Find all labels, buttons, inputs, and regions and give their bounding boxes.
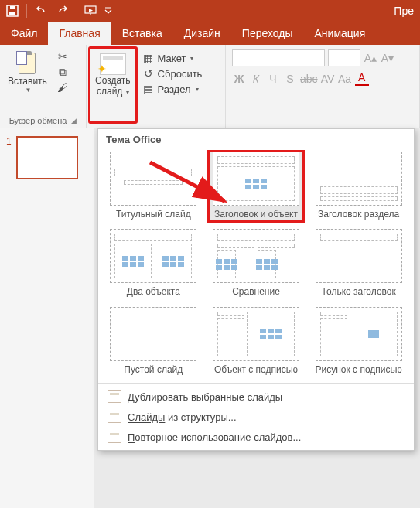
slide-thumbnail-pane[interactable]: 1 <box>0 128 94 508</box>
paste-icon <box>15 49 39 74</box>
reset-button[interactable]: ↺Сбросить <box>139 66 206 80</box>
reuse-label: Повторное использование слайдов... <box>128 431 301 443</box>
ribbon: Вставить ▼ ✂ ⧉ 🖌 Буфер обмена◢ ✦ Создать… <box>0 45 420 128</box>
tab-file[interactable]: Файл <box>0 22 48 45</box>
section-icon: ▤ <box>142 83 155 95</box>
layout-label: Заголовок и объект <box>213 206 299 221</box>
svg-rect-2 <box>10 6 15 9</box>
layout-thumb <box>110 229 196 283</box>
new-slide-label2: слайд <box>97 86 122 97</box>
duplicate-icon <box>108 390 121 403</box>
layout-thumb <box>110 152 196 206</box>
dialog-launcher-icon[interactable]: ◢ <box>71 117 77 124</box>
tab-transitions[interactable]: Переходы <box>231 22 304 45</box>
paste-button[interactable]: Вставить ▼ <box>3 46 52 114</box>
reset-label: Сбросить <box>158 68 203 80</box>
quick-access-toolbar <box>3 2 113 20</box>
char-spacing-button[interactable]: AV <box>321 73 335 85</box>
layout-thumb <box>316 307 402 361</box>
layout-thumb <box>213 152 299 206</box>
outline-icon <box>108 411 121 423</box>
ribbon-tabs: Файл Главная Вставка Дизайн Переходы Ани… <box>0 22 420 45</box>
new-slide-button[interactable]: ✦ Создать слайд ▾ <box>90 49 135 99</box>
layout-option-blank[interactable]: Пустой слайд <box>106 307 201 377</box>
shrink-font-icon[interactable]: A▾ <box>381 52 394 64</box>
layout-label: Только заголовок <box>320 283 398 298</box>
shadow-button[interactable]: S <box>283 73 297 85</box>
duplicate-slides-item[interactable]: Дублировать выбранные слайды <box>98 387 414 407</box>
copy-button[interactable]: ⧉ <box>53 65 72 79</box>
qat-customize-icon[interactable] <box>104 2 113 20</box>
reuse-icon <box>108 431 121 443</box>
font-name-combo[interactable] <box>232 49 325 66</box>
window-title: Пре <box>113 5 417 17</box>
strikethrough-button[interactable]: abc <box>300 73 318 85</box>
clipboard-group-label: Буфер обмена <box>9 116 67 125</box>
font-color-button[interactable]: A <box>355 71 369 86</box>
section-button[interactable]: ▤Раздел▾ <box>139 82 206 96</box>
reuse-slides-item[interactable]: Повторное использование слайдов... <box>98 427 414 447</box>
tab-animations[interactable]: Анимация <box>304 22 377 45</box>
layout-label: Объект с подписью <box>213 361 299 377</box>
layout-thumb <box>213 229 299 283</box>
layout-label: Рисунок с подписью <box>314 361 404 377</box>
bold-button[interactable]: Ж <box>232 73 246 85</box>
group-slides: ✦ Создать слайд ▾ ▦Макет▾ ↺Сбросить ▤Раз… <box>87 45 226 128</box>
layout-button[interactable]: ▦Макет▾ <box>139 51 206 65</box>
tab-design[interactable]: Дизайн <box>173 22 231 45</box>
layout-thumb <box>213 307 299 361</box>
tab-insert[interactable]: Вставка <box>111 22 173 45</box>
layout-option-section[interactable]: Заголовок раздела <box>311 152 406 221</box>
layout-option-only_title[interactable]: Только заголовок <box>311 229 406 298</box>
layout-option-obj_caption[interactable]: Объект с подписью <box>209 307 304 377</box>
present-icon[interactable] <box>82 2 101 20</box>
layout-option-title[interactable]: Титульный слайд <box>106 152 201 221</box>
layout-label: Заголовок раздела <box>316 206 401 221</box>
layout-label: Пустой слайд <box>122 361 184 377</box>
font-size-combo[interactable] <box>328 49 360 66</box>
layout-option-compare[interactable]: Сравнение <box>209 229 304 298</box>
undo-icon[interactable] <box>32 2 50 20</box>
layout-label: Титульный слайд <box>114 206 193 221</box>
layout-option-two[interactable]: Два объекта <box>106 229 201 298</box>
layout-label: Два объекта <box>125 283 182 298</box>
copy-icon: ⧉ <box>56 66 69 78</box>
group-clipboard: Вставить ▼ ✂ ⧉ 🖌 Буфер обмена◢ <box>0 45 87 128</box>
change-case-button[interactable]: Aa <box>338 73 352 85</box>
redo-icon[interactable] <box>53 2 72 20</box>
chevron-down-icon: ▼ <box>25 87 31 94</box>
layout-label: Макет <box>158 53 186 64</box>
grow-font-icon[interactable]: A▴ <box>364 52 377 64</box>
cut-button[interactable]: ✂ <box>53 49 72 63</box>
save-icon[interactable] <box>3 2 22 20</box>
layout-icon: ▦ <box>142 52 155 64</box>
gallery-title: Тема Office <box>98 129 414 148</box>
duplicate-label: Дублировать выбранные слайды <box>128 391 282 403</box>
slide-number: 1 <box>6 136 12 179</box>
svg-rect-1 <box>9 12 15 15</box>
new-slide-label1: Создать <box>95 75 131 86</box>
slide-thumbnail-preview <box>16 136 78 179</box>
slide-thumbnail[interactable]: 1 <box>6 136 87 179</box>
titlebar: Пре <box>0 0 420 22</box>
chevron-down-icon: ▾ <box>124 89 128 96</box>
layout-thumb <box>316 152 402 206</box>
layout-thumb <box>316 229 402 283</box>
slides-from-outline-item[interactable]: Слайды из структуры... <box>98 407 414 427</box>
scissors-icon: ✂ <box>56 50 69 63</box>
layout-label: Сравнение <box>230 283 282 298</box>
group-font: A▴ A▾ Ж К Ч S abc AV Aa A <box>226 45 420 128</box>
layout-option-title_content[interactable]: Заголовок и объект <box>209 152 304 221</box>
new-slide-icon: ✦ <box>100 53 126 75</box>
layout-gallery: Тема Office Титульный слайдЗаголовок и о… <box>97 128 415 451</box>
italic-button[interactable]: К <box>249 73 263 85</box>
tab-home[interactable]: Главная <box>48 22 111 45</box>
section-label: Раздел <box>158 84 191 95</box>
new-slide-highlight: ✦ Создать слайд ▾ <box>88 46 138 124</box>
layout-option-pic_caption[interactable]: Рисунок с подписью <box>311 307 406 377</box>
layout-thumb <box>110 307 196 361</box>
paste-label: Вставить <box>8 76 47 87</box>
reset-icon: ↺ <box>142 67 155 80</box>
underline-button[interactable]: Ч <box>266 73 280 85</box>
format-painter-button[interactable]: 🖌 <box>53 80 72 94</box>
